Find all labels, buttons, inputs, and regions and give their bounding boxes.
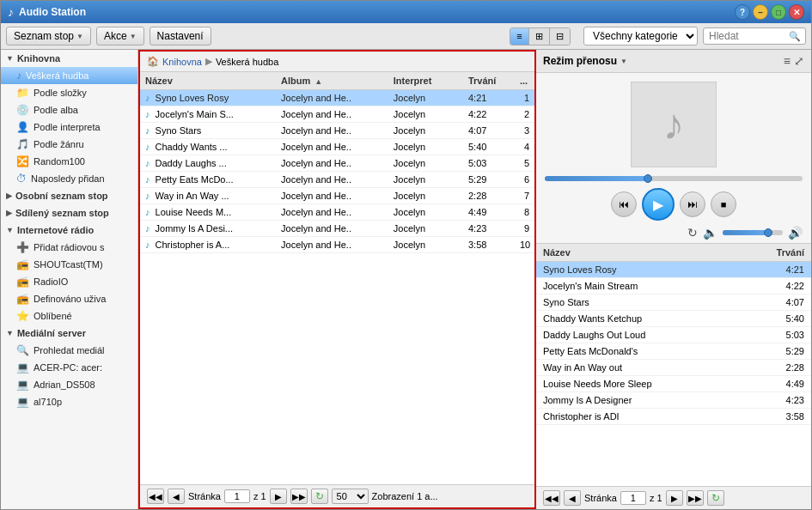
view-grid-button[interactable]: ⊞ [529,28,550,45]
right-list-icon[interactable]: ≡ [784,54,791,68]
playlist-button[interactable]: Seznam stop ▼ [6,27,91,46]
actions-button[interactable]: Akce ▼ [96,27,144,46]
col-header-name[interactable]: Název [140,72,276,90]
playlist-col-duration[interactable]: Trvání [768,244,811,262]
main-window: ♪ Audio Station ? – □ ✕ Seznam stop ▼ Ak… [0,0,812,510]
list-item[interactable]: Syno Stars 4:07 [536,294,811,311]
table-row[interactable]: ♪ Way in An Way ... Jocelyn and He.. Joc… [140,188,534,204]
sidebar-item-by-artist[interactable]: 👤 Podle interpreta [1,118,137,136]
settings-button[interactable]: Nastavení [150,27,211,46]
minimize-button[interactable]: – [753,4,768,20]
track-artist: Jocelyn [388,106,463,123]
sidebar-item-user-defined[interactable]: 📻 Definováno uživa [1,290,137,307]
right-pag-last[interactable]: ▶▶ [687,490,704,506]
volume-slider[interactable] [723,230,783,235]
next-button[interactable]: ⏭ [680,191,705,217]
list-item[interactable]: Jocelyn's Main Stream 4:22 [536,278,811,294]
table-row[interactable]: ♪ Petty Eats McDo... Jocelyn and He.. Jo… [140,172,534,188]
personal-header[interactable]: ▶ Osobní seznam stop [1,187,137,204]
list-item[interactable]: Syno Loves Rosy 4:21 [536,262,811,278]
play-button[interactable]: ▶ [642,188,675,221]
track-artist: Jocelyn [388,155,463,172]
radio-header[interactable]: ▼ Internetové rádio [1,222,137,239]
pag-prev[interactable]: ◀ [168,489,185,504]
pag-last[interactable]: ▶▶ [290,489,308,504]
col-header-duration[interactable]: Trvání [463,72,515,90]
right-fullscreen-icon[interactable]: ⤢ [794,54,804,68]
sidebar-label-radioid: RadioIO [34,276,68,287]
sidebar-item-al710p[interactable]: 💻 al710p [1,393,137,410]
help-button[interactable]: ? [735,4,750,20]
playlist-item-name: Chaddy Wants Ketchup [536,311,768,327]
sidebar-item-by-folder[interactable]: 📁 Podle složky [1,84,137,101]
breadcrumb-home-icon: 🏠 [147,56,159,67]
sidebar-item-all-music[interactable]: ♪ Veškerá hudba [1,67,137,84]
pag-next[interactable]: ▶ [270,489,287,504]
sidebar-item-recent[interactable]: ⏱ Naposledy přidan [1,170,137,187]
sidebar-label-shoutcast: SHOUTcast(TM) [34,259,103,270]
table-row[interactable]: ♪ Jocelyn's Main S... Jocelyn and He.. J… [140,106,534,123]
list-item[interactable]: Chaddy Wants Ketchup 5:40 [536,311,811,327]
playlist-item-name: Christopher is ADI [536,409,768,425]
sidebar-item-by-album[interactable]: 💿 Podle alba [1,101,137,118]
track-num: 1 [515,90,534,106]
sidebar-item-shoutcast[interactable]: 📻 SHOUTcast(TM) [1,256,137,273]
sidebar-item-favorites[interactable]: ⭐ Oblíbené [1,307,137,325]
pag-of: z 1 [253,491,266,501]
repeat-button[interactable]: ↻ [687,226,698,240]
library-arrow: ▼ [6,54,14,63]
right-pag-next[interactable]: ▶ [666,490,683,506]
table-row[interactable]: ♪ Syno Loves Rosy Jocelyn and He.. Jocel… [140,90,534,106]
list-item[interactable]: Petty Eats McDonald's 5:29 [536,343,811,360]
playlist-item-name: Way in An Way out [536,360,768,376]
library-header[interactable]: ▼ Knihovna [1,50,137,67]
table-row[interactable]: ♪ Syno Stars Jocelyn and He.. Jocelyn 4:… [140,123,534,139]
progress-bar-wrapper[interactable] [545,176,803,181]
right-pag-page-input[interactable] [620,491,646,505]
view-buttons: ≡ ⊞ ⊟ [510,27,570,46]
table-row[interactable]: ♪ Christopher is A... Jocelyn and He.. J… [140,237,534,253]
close-button[interactable]: ✕ [789,4,804,20]
transfer-mode[interactable]: Režim přenosu ▼ [543,55,627,67]
list-item[interactable]: Jommy Is A Designer 4:23 [536,392,811,409]
sidebar-item-adrian[interactable]: 💻 Adrian_DS508 [1,376,137,393]
table-row[interactable]: ♪ Daddy Laughs ... Jocelyn and He.. Joce… [140,155,534,172]
track-artist: Jocelyn [388,139,463,155]
category-select[interactable]: Všechny kategorieHudbaPodcastAudiokniha [583,27,698,46]
sidebar-item-radioid[interactable]: 📻 RadioIO [1,273,137,290]
playlist-col-name[interactable]: Název [536,244,768,262]
right-pag-refresh[interactable]: ↻ [707,490,724,506]
table-row[interactable]: ♪ Jommy Is A Desi... Jocelyn and He.. Jo… [140,221,534,237]
maximize-button[interactable]: □ [771,4,786,20]
view-compact-button[interactable]: ⊟ [550,28,570,45]
pag-first[interactable]: ◀◀ [147,489,164,504]
list-item[interactable]: Daddy Laughs Out Loud 5:03 [536,327,811,343]
sidebar-item-acer[interactable]: 💻 ACER-PC: acer: [1,359,137,376]
col-header-album[interactable]: Album ▲ [276,72,388,90]
table-row[interactable]: ♪ Louise Needs M... Jocelyn and He.. Joc… [140,204,534,221]
breadcrumb: 🏠 Knihovna ▶ Veškerá hudba [140,52,534,72]
list-item[interactable]: Way in An Way out 2:28 [536,360,811,376]
media-header[interactable]: ▼ Mediální server [1,325,137,342]
right-pag-prev[interactable]: ◀ [564,490,581,506]
sidebar-item-by-genre[interactable]: 🎵 Podle žánru [1,136,137,153]
stop-button[interactable]: ■ [711,191,736,217]
breadcrumb-home-link[interactable]: Knihovna [162,57,202,67]
pag-per-page[interactable]: 50 100 200 [332,489,369,504]
pag-refresh[interactable]: ↻ [311,489,328,504]
sidebar-item-scan-media[interactable]: 🔍 Prohledat mediál [1,342,137,359]
shared-header[interactable]: ▶ Sdílený seznam stop [1,204,137,222]
sidebar-item-add-radio[interactable]: ➕ Přidat rádiovou s [1,239,137,256]
list-item[interactable]: Louise Needs More Sleep 4:49 [536,376,811,392]
prev-button[interactable]: ⏮ [611,191,637,217]
sidebar-item-random[interactable]: 🔀 Random100 [1,153,137,170]
view-list-button[interactable]: ≡ [510,28,528,45]
list-item[interactable]: Christopher is ADI 3:58 [536,409,811,425]
pag-page-input[interactable] [224,489,250,503]
col-header-artist[interactable]: Interpret [388,72,463,90]
playlist-label: Seznam stop [14,30,74,42]
table-row[interactable]: ♪ Chaddy Wants ... Jocelyn and He.. Joce… [140,139,534,155]
right-pag-first[interactable]: ◀◀ [543,490,560,506]
track-music-icon: ♪ [145,109,150,119]
volume-row: ↻ 🔈 🔊 [545,226,803,240]
